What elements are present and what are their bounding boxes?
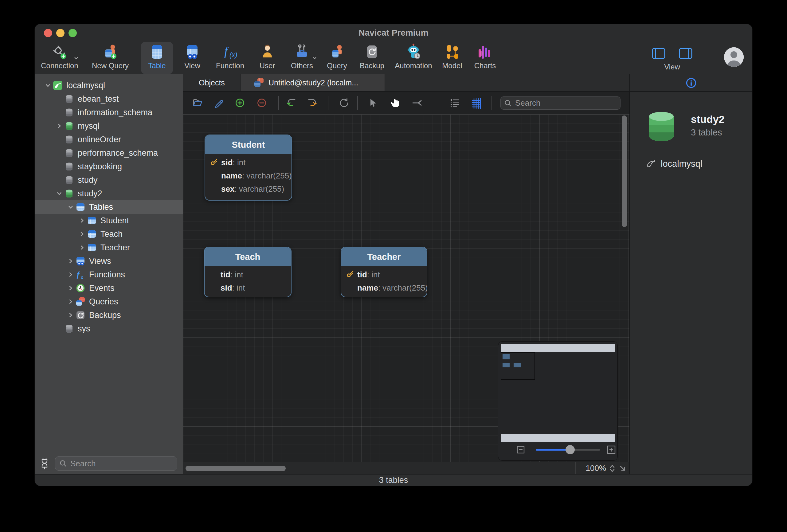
toolbar-item-others[interactable]: Others <box>286 42 318 74</box>
add-circle-button[interactable] <box>234 97 246 109</box>
toolbar-item-function[interactable]: f(x)Function <box>212 42 249 74</box>
undo-button[interactable] <box>285 97 297 109</box>
toggle-left-pane-icon[interactable] <box>652 47 666 60</box>
tab-untitled-model[interactable]: Untitled@study2 (localm... <box>240 75 385 91</box>
tree-item-performance_schema[interactable]: performance_schema <box>35 146 183 160</box>
tree-item-onlineorder[interactable]: onlineOrder <box>35 133 183 146</box>
tree-item-ebean_test[interactable]: ebean_test <box>35 92 183 106</box>
field-row-sex[interactable]: sex: varchar(255) <box>205 183 292 196</box>
connection-filter-icon[interactable] <box>39 457 50 470</box>
chevron-down-icon[interactable] <box>56 190 63 197</box>
toolbar-item-user[interactable]: User <box>254 42 280 74</box>
automation-icon <box>405 43 422 61</box>
toolbar-item-query[interactable]: Query <box>323 42 350 74</box>
toolbar-item-label: View <box>184 61 200 70</box>
remove-circle-button[interactable] <box>256 97 268 109</box>
chevron-right-icon[interactable] <box>56 123 63 129</box>
chevron-right-icon[interactable] <box>67 258 74 264</box>
chevron-right-icon[interactable] <box>79 217 85 224</box>
chevron-right-icon[interactable] <box>79 244 85 251</box>
select-cursor-button[interactable] <box>366 97 378 109</box>
field-row-name[interactable]: name: varchar(255) <box>341 281 427 295</box>
toggle-right-pane-icon[interactable] <box>679 47 693 60</box>
tree-item-backups[interactable]: Backups <box>35 308 183 322</box>
tree-item-localmysql[interactable]: localmysql <box>35 79 183 92</box>
tree-item-label: Backups <box>89 311 121 320</box>
field-row-tid[interactable]: tid: int <box>341 268 427 281</box>
tree-item-teacher[interactable]: Teacher <box>35 241 183 254</box>
toolbar-item-model[interactable]: Model <box>439 42 465 74</box>
sidebar-bottom <box>35 454 183 473</box>
chevron-right-icon[interactable] <box>67 271 74 278</box>
sidebar-search[interactable] <box>55 456 177 471</box>
toolbar-item-table[interactable]: Table <box>141 42 173 74</box>
refresh-button[interactable] <box>338 97 349 109</box>
folder-open-button[interactable] <box>191 97 203 109</box>
horizontal-scrollbar-thumb[interactable] <box>186 466 286 471</box>
connector-button[interactable] <box>411 97 423 109</box>
sidebar-search-input[interactable] <box>70 459 173 468</box>
titlebar: Navicat Premium <box>35 24 752 42</box>
field-row-sid[interactable]: sid: int <box>205 281 291 295</box>
diagram-table-teach[interactable]: Teachtid: intsid: int <box>204 247 292 297</box>
info-icon[interactable] <box>685 77 697 89</box>
chevron-right-icon[interactable] <box>67 312 74 319</box>
toolbar-item-backup[interactable]: Backup <box>356 42 388 74</box>
vertical-scrollbar-thumb[interactable] <box>622 115 627 227</box>
tree-item-tables[interactable]: Tables <box>35 200 183 214</box>
toolbar-separator <box>328 96 328 110</box>
chevron-down-icon[interactable] <box>45 82 51 89</box>
tree-item-functions[interactable]: fxFunctions <box>35 268 183 281</box>
field-row-tid[interactable]: tid: int <box>205 268 291 281</box>
tree-item-teach[interactable]: Teach <box>35 227 183 241</box>
chevron-right-icon[interactable] <box>67 298 74 305</box>
tree-item-queries[interactable]: Queries <box>35 295 183 308</box>
tree-item-mysql[interactable]: mysql <box>35 119 183 133</box>
list-view-button[interactable] <box>449 97 461 109</box>
user-avatar[interactable] <box>724 47 744 67</box>
tree-item-views[interactable]: Views <box>35 254 183 268</box>
field-row-name[interactable]: name: varchar(255) <box>205 169 292 183</box>
zoom-out-icon[interactable] <box>517 446 525 454</box>
toolbar-item-connection[interactable]: Connection <box>40 42 80 74</box>
table-big-icon <box>148 43 166 61</box>
right-panel: study2 3 tables localmysql <box>630 75 752 474</box>
tree-item-information_schema[interactable]: information_schema <box>35 106 183 119</box>
db-green-icon <box>64 188 75 199</box>
toolbar-item-automation[interactable]: Automation <box>394 42 433 74</box>
tree-item-label: Events <box>89 283 114 293</box>
toolbar-item-view[interactable]: View <box>178 42 206 74</box>
resize-grip-icon[interactable] <box>618 464 627 473</box>
tree-item-staybooking[interactable]: staybooking <box>35 160 183 173</box>
zoom-slider[interactable] <box>536 449 600 451</box>
tree-item-sys[interactable]: sys <box>35 322 183 335</box>
center-column: Objects Untitled@study2 (localm... <box>183 75 630 474</box>
zoom-stepper-icon[interactable] <box>609 464 615 473</box>
grid-view-button[interactable] <box>470 97 482 109</box>
redo-button[interactable] <box>306 97 318 109</box>
tree-item-study[interactable]: study <box>35 173 183 187</box>
zoom-in-icon[interactable] <box>607 445 616 454</box>
toolbar-item-new-query[interactable]: New Query <box>85 42 135 74</box>
tree-item-study2[interactable]: study2 <box>35 187 183 200</box>
tab-bar: Objects Untitled@study2 (localm... <box>183 75 630 92</box>
diagram-table-student[interactable]: Studentsid: intname: varchar(255)sex: va… <box>205 134 292 200</box>
field-row-sid[interactable]: sid: int <box>205 156 292 169</box>
toolbar-item-charts[interactable]: Charts <box>471 42 499 74</box>
tab-objects[interactable]: Objects <box>183 75 240 91</box>
chevron-right-icon[interactable] <box>79 231 85 237</box>
pan-hand-button[interactable] <box>389 97 401 109</box>
chevron-down-icon[interactable] <box>67 204 74 210</box>
pencil-button[interactable] <box>213 97 225 109</box>
tree-item-label: Functions <box>89 270 125 279</box>
minimap[interactable] <box>498 341 618 461</box>
diagram-search-input[interactable] <box>515 98 617 108</box>
chevron-right-icon[interactable] <box>67 285 74 292</box>
diagram-table-teacher[interactable]: Teachertid: intname: varchar(255) <box>341 247 427 297</box>
tree-item-student[interactable]: Student <box>35 214 183 227</box>
diagram-search[interactable] <box>501 97 620 110</box>
zoom-slider-knob[interactable] <box>566 445 575 454</box>
diagram-canvas[interactable]: Studentsid: intname: varchar(255)sex: va… <box>183 114 630 462</box>
tree-item-events[interactable]: Events <box>35 281 183 295</box>
tree-item-label: Student <box>101 216 129 226</box>
